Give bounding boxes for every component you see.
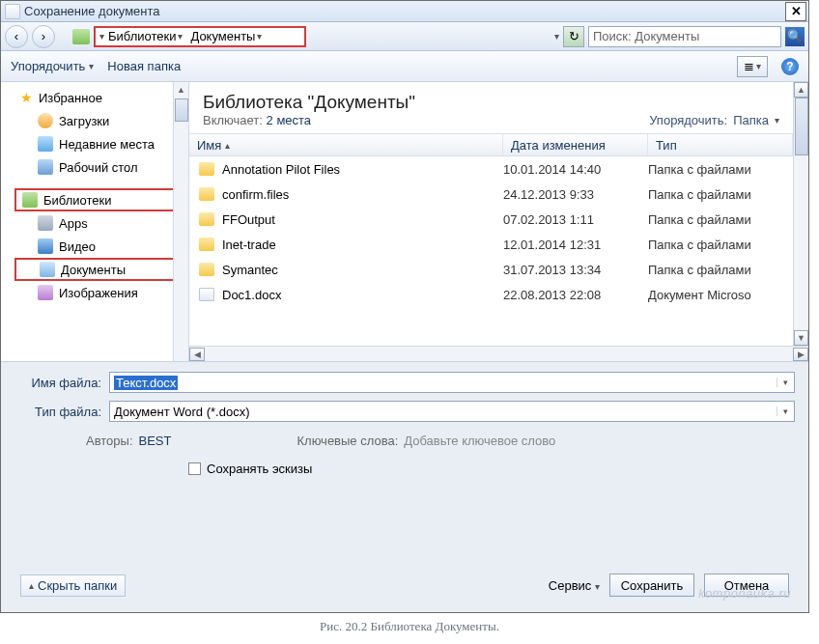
column-date[interactable]: Дата изменения xyxy=(503,134,648,155)
cancel-button[interactable]: Отмена xyxy=(704,574,789,597)
breadcrumb-libraries[interactable]: Библиотеки ▾ xyxy=(104,29,186,43)
keywords-label: Ключевые слова: xyxy=(297,434,398,448)
images-icon xyxy=(38,285,53,300)
table-row[interactable]: Annotation Pilot Files10.01.2014 14:40Па… xyxy=(189,156,808,182)
scroll-thumb[interactable] xyxy=(175,98,188,122)
desktop-icon xyxy=(38,159,53,175)
new-folder-button[interactable]: Новая папка xyxy=(107,59,181,73)
library-icon xyxy=(22,192,38,208)
library-title: Библиотека "Документы" xyxy=(203,92,649,113)
tree-apps[interactable]: Apps xyxy=(1,211,188,235)
breadcrumb[interactable]: ▾ Библиотеки ▾ Документы ▾ xyxy=(94,26,306,47)
main-panel: Библиотека "Документы" Включает: 2 места… xyxy=(189,82,808,361)
tools-button[interactable]: Сервис ▾ xyxy=(549,578,600,593)
column-type[interactable]: Тип xyxy=(648,134,793,155)
documents-icon xyxy=(40,262,55,277)
includes-value[interactable]: 2 места xyxy=(267,113,312,127)
file-date: 31.07.2013 13:34 xyxy=(503,263,648,277)
toolbar: Упорядочить ▾ Новая папка ≣ ▾ ? xyxy=(1,51,808,82)
tree-downloads[interactable]: Загрузки xyxy=(1,109,188,132)
view-options-button[interactable]: ≣ ▾ xyxy=(737,56,768,77)
save-button[interactable]: Сохранить xyxy=(609,574,694,597)
file-name: Annotation Pilot Files xyxy=(222,162,340,177)
table-row[interactable]: confirm.files24.12.2013 9:33Папка с файл… xyxy=(189,182,808,207)
folder-icon xyxy=(199,187,214,201)
scroll-right-icon[interactable]: ▶ xyxy=(793,348,808,361)
recent-icon xyxy=(38,136,53,152)
search-icon[interactable]: 🔍 xyxy=(785,27,805,46)
table-row[interactable]: Doc1.docx22.08.2013 22:08Документ Micros… xyxy=(189,282,808,307)
filetype-select[interactable]: Документ Word (*.docx) ▾ xyxy=(109,401,795,422)
file-name: Doc1.docx xyxy=(222,288,281,302)
tree-recent[interactable]: Недавние места xyxy=(1,132,188,155)
library-icon xyxy=(72,29,90,44)
table-row[interactable]: Inet-trade12.01.2014 12:31Папка с файлам… xyxy=(189,232,808,257)
folder-icon xyxy=(199,162,214,176)
scroll-up-icon[interactable]: ▲ xyxy=(794,82,808,98)
file-list: Annotation Pilot Files10.01.2014 14:40Па… xyxy=(189,156,808,346)
scroll-up-icon[interactable]: ▲ xyxy=(174,82,188,98)
filetype-label: Тип файла: xyxy=(14,405,101,419)
breadcrumb-documents[interactable]: Документы ▾ xyxy=(186,29,266,43)
folder-icon xyxy=(199,212,214,226)
nav-back-button[interactable]: ‹ xyxy=(5,25,28,48)
file-type: Папка с файлами xyxy=(648,263,793,277)
search-input[interactable]: Поиск: Документы xyxy=(588,26,781,47)
scroll-down-icon[interactable]: ▼ xyxy=(794,330,808,346)
authors-label: Авторы: xyxy=(86,434,133,448)
organize-button[interactable]: Упорядочить ▾ xyxy=(11,59,94,73)
chevron-down-icon[interactable]: ▾ xyxy=(777,406,794,416)
history-dropdown[interactable]: ▾ xyxy=(554,31,559,42)
column-name[interactable]: Имя ▴ xyxy=(189,134,503,155)
tree-documents[interactable]: Документы xyxy=(14,258,188,281)
chevron-down-icon[interactable]: ▾ xyxy=(777,378,794,387)
nav-forward-button[interactable]: › xyxy=(32,25,55,48)
keywords-value[interactable]: Добавьте ключевое слово xyxy=(404,434,555,448)
filename-label: Имя файла: xyxy=(14,376,101,390)
apps-icon xyxy=(38,215,53,231)
save-thumbnails-checkbox[interactable]: Сохранять эскизы xyxy=(14,458,795,486)
close-button[interactable]: ✕ xyxy=(785,2,806,21)
authors-value[interactable]: BEST xyxy=(139,434,172,448)
folder-icon xyxy=(199,263,214,276)
arrange-by[interactable]: Упорядочить: Папка ▾ xyxy=(649,113,779,127)
file-date: 07.02.2013 1:11 xyxy=(503,212,648,227)
scroll-left-icon[interactable]: ◀ xyxy=(189,348,205,361)
tree-images[interactable]: Изображения xyxy=(1,281,188,304)
file-date: 10.01.2014 14:40 xyxy=(503,162,648,177)
sort-asc-icon: ▴ xyxy=(225,140,230,151)
filetype-value: Документ Word (*.docx) xyxy=(110,405,777,419)
filename-value: Текст.docx xyxy=(114,376,178,390)
search-placeholder: Поиск: Документы xyxy=(593,29,777,43)
tree-favorites[interactable]: ★Избранное xyxy=(1,86,188,109)
window-title: Сохранение документа xyxy=(24,4,785,18)
column-headers: Имя ▴ Дата изменения Тип xyxy=(189,133,808,156)
chevron-up-icon: ▴ xyxy=(29,580,34,591)
list-hscrollbar[interactable]: ◀ ▶ xyxy=(189,346,808,361)
table-row[interactable]: FFOutput07.02.2013 1:11Папка с файлами xyxy=(189,207,808,232)
list-vscrollbar[interactable]: ▲ ▼ xyxy=(793,82,808,346)
titlebar[interactable]: Сохранение документа ✕ xyxy=(1,1,808,22)
tree-video[interactable]: Видео xyxy=(1,235,188,258)
tree-desktop[interactable]: Рабочий стол xyxy=(1,155,188,179)
folder-icon xyxy=(199,238,214,251)
file-name: Symantec xyxy=(222,263,278,277)
tree-scrollbar[interactable]: ▲ xyxy=(173,82,188,361)
chevron-down-icon: ▾ xyxy=(775,115,779,126)
footer: ▴Скрыть папки Сервис ▾ Сохранить Отмена xyxy=(9,566,801,604)
save-form: Имя файла: Текст.docx ▾ Тип файла: Докум… xyxy=(1,362,808,491)
figure-caption: Рис. 20.2 Библиотека Документы. xyxy=(0,613,819,640)
help-button[interactable]: ? xyxy=(781,58,799,75)
scroll-thumb[interactable] xyxy=(795,98,808,155)
includes-label: Включает: xyxy=(203,113,263,127)
filename-input[interactable]: Текст.docx ▾ xyxy=(109,372,795,393)
tree-libraries[interactable]: Библиотеки xyxy=(14,188,188,211)
table-row[interactable]: Symantec31.07.2013 13:34Папка с файлами xyxy=(189,257,808,282)
video-icon xyxy=(38,238,53,254)
file-date: 12.01.2014 12:31 xyxy=(503,238,648,252)
refresh-button[interactable]: ↻ xyxy=(563,26,584,47)
file-icon xyxy=(199,288,214,301)
hide-folders-button[interactable]: ▴Скрыть папки xyxy=(20,574,126,597)
file-date: 22.08.2013 22:08 xyxy=(503,288,648,302)
save-dialog: Сохранение документа ✕ ‹ › ▾ Библиотеки … xyxy=(0,0,809,613)
